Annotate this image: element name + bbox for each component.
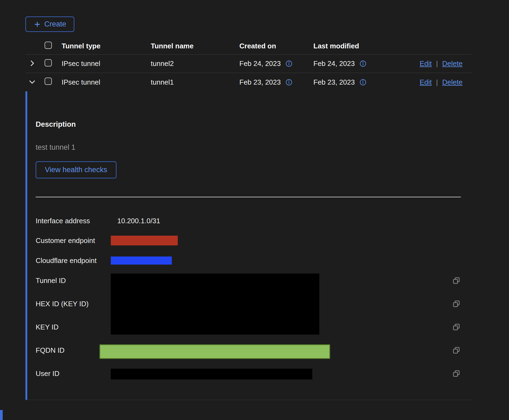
edit-link[interactable]: Edit [420,78,432,86]
delete-link[interactable]: Delete [442,59,463,68]
delete-link[interactable]: Delete [442,78,463,86]
copy-key-id-button[interactable] [452,322,461,332]
bottom-left-accent [0,410,3,420]
copy-icon [452,323,460,331]
copy-icon [452,369,460,378]
panel-divider [36,197,461,197]
create-button-label: Create [44,20,66,28]
last-modified-cell: Feb 23, 2023 [313,78,355,86]
select-all-checkbox[interactable] [45,42,52,49]
chevron-down-icon [28,78,36,86]
tunnel-detail-panel: Description test tunnel 1 View health ch… [25,91,472,400]
field-label-fqdn-id: FQDN ID [36,346,65,355]
redacted-user-id [111,369,312,379]
tunnel-name-cell: tunnel2 [151,59,239,68]
create-button[interactable]: Create [25,16,74,32]
table-row: IPsec tunnel tunnel2 Feb 24, 2023 Feb 24… [25,55,472,73]
copy-user-id-button[interactable] [452,369,461,378]
header-tunnel-name: Tunnel name [151,42,239,50]
row-checkbox[interactable] [45,78,52,85]
header-tunnel-type: Tunnel type [62,42,151,50]
view-health-checks-button[interactable]: View health checks [36,161,116,178]
tunnel-name-cell: tunnel1 [151,78,239,86]
redacted-cloudflare-endpoint [111,256,172,265]
collapse-row-button[interactable] [27,77,37,87]
field-label-user-id: User ID [36,369,59,378]
tunnels-page: Create Tunnel type Tunnel name Created o… [0,0,509,420]
row-checkbox[interactable] [45,59,52,66]
tunnel-type-cell: IPsec tunnel [62,78,151,86]
last-modified-cell: Feb 24, 2023 [313,59,355,68]
field-label-interface-address: Interface address [36,216,90,225]
info-icon[interactable] [286,79,292,86]
table-header-row: Tunnel type Tunnel name Created on Last … [25,38,472,55]
info-icon[interactable] [360,60,366,67]
info-icon[interactable] [360,79,366,86]
created-on-cell: Feb 24, 2023 [239,59,281,68]
redacted-fqdn-id [99,344,330,359]
redacted-tunnel-ids [111,274,319,335]
actions-separator: | [436,78,438,86]
field-value-interface-address: 10.200.1.0/31 [117,216,160,225]
expand-row-button[interactable] [27,58,37,68]
edit-link[interactable]: Edit [420,59,432,68]
copy-icon [452,276,460,285]
actions-separator: | [436,59,438,68]
chevron-right-icon [28,59,36,67]
info-icon[interactable] [286,60,292,67]
copy-icon [452,300,460,308]
copy-fqdn-id-button[interactable] [452,346,461,355]
header-last-modified: Last modified [313,42,394,50]
plus-icon [34,21,41,28]
description-label: Description [36,120,76,129]
description-value: test tunnel 1 [36,143,75,152]
field-label-key-id: KEY ID [36,322,59,332]
created-on-cell: Feb 23, 2023 [239,78,281,86]
copy-hex-id-button[interactable] [452,299,461,308]
copy-icon [452,346,460,354]
table-row: IPsec tunnel tunnel1 Feb 23, 2023 Feb 23… [25,73,472,91]
field-label-hex-id: HEX ID (KEY ID) [36,299,89,308]
header-created-on: Created on [239,42,313,50]
field-label-cloudflare-endpoint: Cloudflare endpoint [36,256,97,265]
tunnel-type-cell: IPsec tunnel [62,59,151,68]
panel-accent-bar [25,91,27,400]
redacted-customer-endpoint [111,236,178,245]
field-label-customer-endpoint: Customer endpoint [36,236,95,245]
copy-tunnel-id-button[interactable] [452,276,461,285]
field-label-tunnel-id: Tunnel ID [36,276,66,285]
